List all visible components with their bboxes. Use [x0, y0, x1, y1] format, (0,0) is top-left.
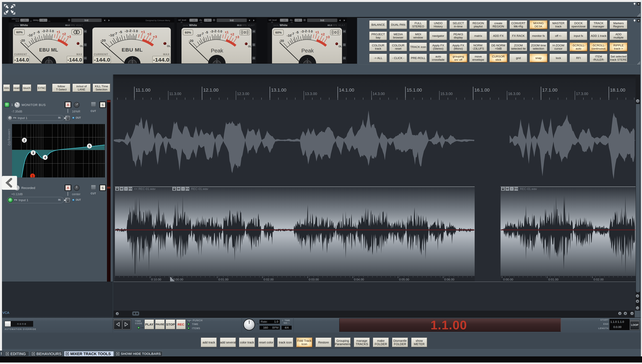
svg-text:15.1.00: 15.1.00: [407, 88, 422, 92]
svg-text:+: +: [48, 57, 50, 59]
svg-text:OL: OL: [167, 45, 171, 48]
svg-text:0: 0: [52, 29, 54, 33]
svg-text:-1: -1: [307, 29, 310, 33]
svg-text:OL: OL: [248, 45, 251, 48]
svg-text:-3: -3: [125, 29, 128, 33]
svg-text:CURRENT: CURRENT: [14, 53, 27, 56]
svg-text:-144.0: -144.0: [153, 57, 169, 63]
svg-text:+1: +1: [315, 30, 319, 34]
svg-text:-20: -20: [279, 39, 284, 43]
svg-text:-10: -10: [109, 33, 114, 37]
svg-text:0:03.00: 0:03.00: [309, 278, 319, 281]
svg-text:0:01.00: 0:01.00: [548, 278, 558, 281]
svg-text:-3: -3: [42, 29, 45, 33]
svg-text:1: 1: [32, 174, 34, 178]
svg-text:+3: +3: [153, 35, 157, 38]
svg-text:5: 5: [89, 144, 90, 148]
svg-text:Peak: Peak: [211, 48, 223, 54]
svg-text:3: 3: [32, 151, 34, 155]
svg-text:-5: -5: [119, 30, 122, 34]
svg-text:-7: -7: [291, 32, 294, 36]
svg-text:13.3.00: 13.3.00: [305, 92, 317, 96]
svg-text:-3: -3: [210, 30, 213, 33]
svg-text:+2: +2: [321, 32, 325, 36]
svg-text:18.1.00: 18.1.00: [610, 88, 625, 92]
svg-text:0:06.00: 0:06.00: [444, 278, 454, 281]
svg-text:11.3.00: 11.3.00: [169, 92, 181, 96]
svg-text:16.3.00: 16.3.00: [508, 92, 520, 96]
svg-text:+1: +1: [57, 30, 60, 34]
svg-text:-5: -5: [205, 30, 208, 34]
svg-text:17.1.00: 17.1.00: [542, 88, 557, 92]
svg-text:+2: +2: [147, 32, 151, 36]
svg-text:0:05.00: 0:05.00: [399, 278, 409, 281]
svg-text:-20: -20: [100, 38, 106, 42]
svg-text:60%: 60%: [185, 31, 191, 34]
svg-text:+: +: [132, 57, 133, 59]
svg-text:11.1.00: 11.1.00: [136, 88, 151, 92]
svg-text:-10: -10: [196, 34, 201, 38]
svg-text:-10: -10: [28, 33, 33, 37]
svg-text:0:00.00: 0:00.00: [173, 278, 183, 281]
svg-text:2: 2: [24, 138, 25, 142]
svg-text:MAX: MAX: [163, 53, 170, 56]
svg-text:0:02.00: 0:02.00: [264, 278, 274, 281]
svg-text:-144.0: -144.0: [14, 57, 29, 63]
svg-text:-144.0: -144.0: [94, 57, 110, 63]
svg-text:-2: -2: [304, 29, 307, 33]
svg-text:+3: +3: [67, 35, 71, 38]
svg-text:0:10.00: 0:10.00: [151, 278, 161, 281]
svg-text:CURRENT: CURRENT: [94, 53, 108, 56]
svg-text:MAX: MAX: [76, 53, 82, 56]
svg-text:-7: -7: [32, 32, 35, 36]
svg-text:60%: 60%: [275, 31, 282, 34]
svg-text:16.1.00: 16.1.00: [474, 88, 489, 92]
svg-text:-20: -20: [189, 39, 194, 43]
svg-text:0:02.00: 0:02.00: [593, 278, 604, 281]
svg-text:14.3.00: 14.3.00: [373, 92, 385, 96]
svg-text:17.3.00: 17.3.00: [576, 92, 588, 96]
svg-text:60%: 60%: [16, 30, 23, 34]
svg-text:-1: -1: [48, 29, 52, 33]
svg-text:15.3.00: 15.3.00: [440, 92, 453, 96]
svg-text:-1: -1: [132, 29, 135, 33]
svg-text:-3: -3: [301, 30, 304, 33]
svg-text:-7: -7: [114, 32, 117, 36]
svg-text:4: 4: [44, 156, 46, 159]
svg-text:0:00.00: 0:00.00: [503, 278, 513, 281]
svg-text:+: +: [216, 58, 218, 60]
svg-text:14.1.00: 14.1.00: [339, 88, 354, 92]
svg-text:0: 0: [311, 30, 313, 33]
svg-text:+3: +3: [235, 35, 239, 39]
svg-text:-5: -5: [37, 30, 40, 34]
svg-text:0: 0: [136, 29, 138, 33]
svg-text:-2: -2: [213, 29, 216, 33]
svg-text:-5: -5: [296, 30, 298, 34]
svg-text:+2: +2: [230, 32, 234, 36]
svg-text:12.3.00: 12.3.00: [237, 92, 249, 96]
svg-text:+3: +3: [326, 35, 330, 39]
svg-text:-7: -7: [201, 32, 204, 36]
svg-text:0:04.00: 0:04.00: [354, 278, 364, 281]
svg-text:-1: -1: [217, 29, 220, 33]
svg-text:13.1.00: 13.1.00: [271, 88, 286, 92]
svg-text:-144.0: -144.0: [67, 57, 82, 63]
svg-text:0:01.00: 0:01.00: [218, 278, 229, 281]
svg-text:-20: -20: [20, 38, 25, 42]
svg-text:-2: -2: [128, 29, 132, 33]
svg-text:EBU ML: EBU ML: [39, 47, 58, 52]
svg-text:-10: -10: [287, 34, 291, 38]
svg-text:+1: +1: [141, 30, 145, 34]
svg-text:-2: -2: [45, 29, 48, 33]
svg-text:+2: +2: [62, 32, 66, 36]
svg-text:0: 0: [220, 30, 222, 33]
svg-text:OL: OL: [80, 45, 83, 48]
svg-text:EBU ML: EBU ML: [122, 47, 143, 52]
svg-text:Peak: Peak: [301, 48, 314, 54]
svg-text:12.1.00: 12.1.00: [203, 88, 219, 92]
svg-text:OL: OL: [338, 45, 342, 48]
svg-text:+: +: [307, 58, 308, 60]
svg-text:+1: +1: [225, 30, 229, 34]
